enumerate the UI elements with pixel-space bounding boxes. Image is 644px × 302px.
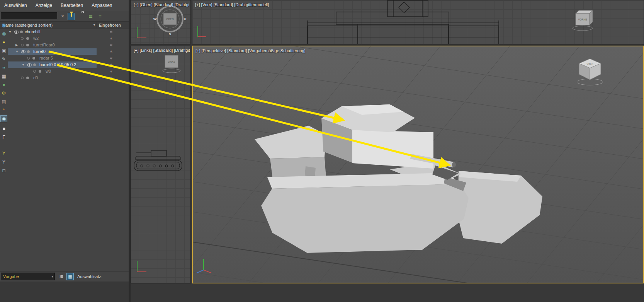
tree-row-w0[interactable]: w0 ∗ [8,68,129,75]
strip-icon-2[interactable]: ◎ [0,30,7,37]
tank-wireframe-side[interactable] [134,150,182,171]
strip-icon-3[interactable]: ● [0,39,7,46]
viewport-links-label[interactable]: [+] [Links] [Standard] [Drahtgit [134,48,190,53]
strip-icon-17[interactable]: □ [0,167,7,174]
preset-combo[interactable]: Vorgabe ▾ [1,273,55,280]
strip-icon-12[interactable]: ◉ [0,115,7,122]
node-label[interactable]: w2 [33,36,39,41]
expand-arrow-icon[interactable]: ▼ [8,30,12,34]
flat-view-icon[interactable]: ≡ [97,13,104,20]
oben-compass-layer: OBEN N W O S [131,0,191,44]
tree-row-d0[interactable]: d0 ∗ [8,75,129,81]
frozen-toggle-icon[interactable]: ∗ [109,69,113,74]
hidden-dot-icon[interactable] [21,37,24,40]
tree-row-turret0[interactable]: ▼ turret0 ∗ [8,48,97,55]
expand-arrow-icon[interactable]: ▶ [15,43,18,47]
node-dot-icon[interactable] [32,57,35,60]
funnel-icon [70,12,73,19]
tree-row-turretrear0[interactable]: ▶ turretRear0 ∗ [8,42,129,48]
node-dot-icon[interactable] [26,37,29,40]
node-dot-icon[interactable] [27,50,30,53]
tank-model[interactable] [255,104,542,253]
frozen-toggle-icon[interactable]: ∗ [109,49,113,54]
node-label[interactable]: radar 5 [39,56,53,60]
node-label[interactable]: barrel0 0.3 0.05 0.2 [39,62,76,67]
hidden-dot-icon[interactable] [33,70,36,73]
tree-row-w2[interactable]: w2 ∗ [8,35,129,42]
hidden-dot-icon[interactable] [21,77,24,79]
node-dot-icon[interactable] [26,77,29,79]
strip-icon-14[interactable]: F [0,134,7,141]
clear-search-icon[interactable]: × [59,13,66,20]
strip-icon-1[interactable]: ◉ [0,22,7,29]
node-dot-icon[interactable] [26,44,29,46]
frozen-toggle-icon[interactable]: ∗ [109,43,113,48]
view-cube-links[interactable]: LINKS [163,55,180,73]
sort-arrow-icon[interactable]: ▼ [93,23,96,27]
eye-icon[interactable] [27,63,32,67]
display-xrefs-icon: ● [2,82,5,87]
viewport-oben-label[interactable]: [+] [Oben] [Standard] [Drahtgi [134,2,189,7]
strip-icon-4[interactable]: ▣ [0,47,7,54]
eye-icon[interactable] [21,50,25,53]
node-label[interactable]: turretRear0 [33,43,55,47]
menu-bearbeiten[interactable]: Bearbeiten [56,3,87,8]
frozen-toggle-icon[interactable]: ∗ [109,36,113,41]
node-label[interactable]: churchill [25,29,40,34]
strip-icon-9[interactable]: ⚙ [0,90,7,97]
frozen-toggle-icon[interactable]: ∗ [109,62,113,67]
compass-o-label[interactable]: O [184,17,186,21]
frozen-toggle-icon[interactable]: ∗ [109,75,113,80]
hierarchy-view-icon[interactable]: ≣ [87,13,94,20]
strip-icon-10[interactable]: ▤ [0,98,7,105]
strip-icon-7[interactable]: ▦ [0,73,7,80]
tree-column-header[interactable]: Name (absteigend sortiert) ▼ Eingefroren [0,21,129,29]
eye-icon[interactable] [14,31,19,34]
expand-arrow-icon[interactable]: ▼ [15,50,19,53]
node-label[interactable]: d0 [33,75,38,80]
lock-icon[interactable] [78,13,85,20]
strip-icon-8[interactable]: ● [0,81,7,88]
frozen-toggle-icon[interactable]: ∗ [109,56,113,61]
viewport-perspektive[interactable]: [+] [Perspektive] [Standard] [Vorgabemäß… [192,46,644,283]
chevron-down-icon[interactable]: ▾ [51,274,53,278]
strip-icon-13[interactable]: ■ [0,125,7,132]
frozen-toggle-icon[interactable]: ∗ [109,29,113,34]
view-cube-perspective[interactable]: OBEN [577,59,603,85]
column-divider[interactable] [97,22,97,28]
viewport-vorn-label[interactable]: [+] [Vorn] [Standard] [Drahtgittermodell… [195,2,269,7]
strip-icon-15[interactable]: Y [0,150,7,157]
hidden-dot-icon[interactable] [21,44,24,46]
select-filter-icon[interactable] [68,13,75,20]
node-dot-icon[interactable] [39,70,41,73]
viewport-persp-label[interactable]: [+] [Perspektive] [Standard] [Vorgabemäß… [195,48,306,53]
perspective-scene: OBEN [193,46,643,283]
expand-arrow-icon[interactable]: ▼ [22,63,25,67]
tree-row-barrel0[interactable]: ▼ barrel0 0.3 0.05 0.2 ∗ [8,61,97,68]
tree-row-churchill[interactable]: ▼ churchill ∗ [8,29,129,35]
strip-icon-16[interactable]: Y [0,159,7,166]
compass-s-label[interactable]: S [169,32,171,36]
search-input[interactable] [1,12,57,19]
strip-icon-6[interactable]: ≈ [0,64,7,71]
node-dot-icon[interactable] [33,63,36,66]
layer-stack-icon[interactable]: ≋ [58,273,65,280]
view-cube-vorne[interactable]: VORNE [573,10,593,31]
viewport-links[interactable]: [+] [Links] [Standard] [Drahtgit LINKS [131,46,191,283]
node-dot-icon[interactable] [20,31,23,33]
tank-wireframe-front[interactable] [308,0,499,44]
viewport-vorn[interactable]: [+] [Vorn] [Standard] [Drahtgittermodell… [192,0,644,44]
strip-icon-11[interactable]: * [0,107,7,114]
hidden-dot-icon[interactable] [27,57,30,60]
menu-anzeige[interactable]: Anzeige [31,3,56,8]
compass-w-label[interactable]: W [153,17,157,21]
node-label[interactable]: w0 [46,69,51,73]
selection-set-icon[interactable]: ▦ [66,273,74,280]
menu-anpassen[interactable]: Anpassen [87,3,116,8]
menu-auswaehlen[interactable]: Auswählen [0,3,31,8]
strip-icon-5[interactable]: ✎ [0,56,7,63]
tree-row-radar5[interactable]: radar 5 ∗ [8,55,129,61]
viewport-oben[interactable]: [+] [Oben] [Standard] [Drahtgi OBEN N W … [131,0,191,44]
node-label[interactable]: turret0 [33,49,46,54]
view-compass[interactable]: OBEN N W O S [153,4,187,36]
